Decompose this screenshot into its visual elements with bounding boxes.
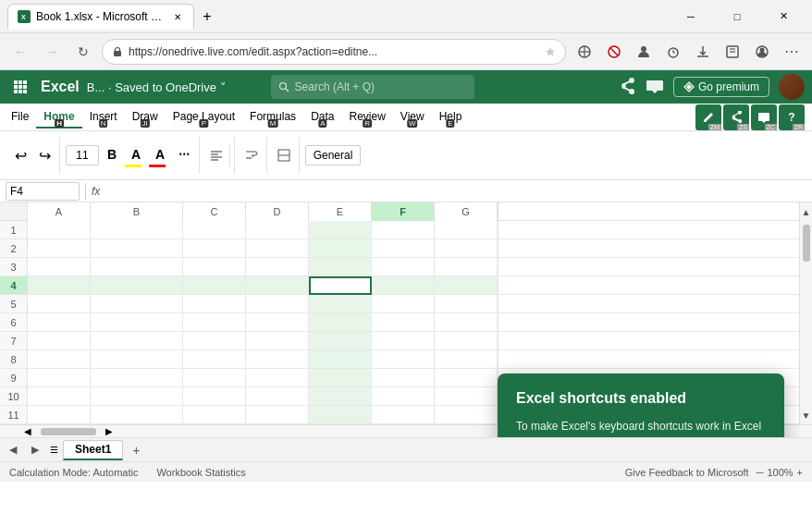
grid-cell[interactable]: [183, 350, 246, 369]
grid-cell[interactable]: [435, 276, 498, 295]
row-number[interactable]: 6: [0, 313, 28, 332]
grid-cell[interactable]: [91, 313, 183, 332]
row-number[interactable]: 1: [0, 221, 28, 239]
tab-view[interactable]: View W: [393, 106, 432, 128]
forward-btn[interactable]: →: [39, 39, 65, 65]
grid-cell[interactable]: [372, 332, 435, 350]
row-number[interactable]: 2: [0, 239, 28, 258]
col-header-b[interactable]: B: [91, 202, 183, 221]
grid-cell[interactable]: [309, 406, 372, 424]
grid-cell[interactable]: [309, 295, 372, 313]
grid-cell[interactable]: [28, 369, 91, 387]
row-number[interactable]: 8: [0, 350, 28, 369]
grid-cell[interactable]: [246, 276, 309, 295]
tab-formulas[interactable]: Formulas M: [242, 106, 303, 128]
grid-cell[interactable]: [91, 332, 183, 350]
tab-close-btn[interactable]: ✕: [171, 10, 184, 23]
grid-cell[interactable]: [435, 332, 498, 350]
grid-cell[interactable]: [91, 369, 183, 387]
download-icon[interactable]: [690, 39, 716, 65]
grid-cell[interactable]: [91, 221, 183, 239]
grid-cell[interactable]: [435, 295, 498, 313]
grid-cell[interactable]: [309, 369, 372, 387]
grid-cell[interactable]: [183, 276, 246, 295]
grid-cell[interactable]: [372, 406, 435, 424]
help-btn[interactable]: ? ZR: [779, 104, 805, 130]
grid-cell[interactable]: [91, 350, 183, 369]
cell-ref-box[interactable]: F4: [6, 182, 80, 201]
font-size-box[interactable]: 11: [66, 145, 99, 165]
col-header-d[interactable]: D: [246, 202, 309, 221]
grid-cell[interactable]: [372, 221, 435, 239]
row-number[interactable]: 4: [0, 276, 28, 295]
feedback-link[interactable]: Give Feedback to Microsoft: [625, 467, 749, 478]
col-header-c[interactable]: C: [183, 202, 246, 221]
grid-cell[interactable]: [183, 221, 246, 239]
scroll-right-btn[interactable]: ▶: [100, 425, 118, 437]
tab-page-layout[interactable]: Page Layout P: [166, 106, 242, 128]
grid-cell[interactable]: [28, 332, 91, 350]
comments-btn[interactable]: ZC: [751, 104, 777, 130]
maximize-btn[interactable]: □: [716, 4, 758, 30]
star-icon[interactable]: [545, 46, 556, 57]
edit-icon-btn[interactable]: ZM: [695, 104, 721, 130]
grid-cell[interactable]: [183, 295, 246, 313]
grid-cell[interactable]: [246, 221, 309, 239]
share-icon[interactable]: [618, 77, 636, 98]
grid-cell[interactable]: [246, 258, 309, 276]
grid-cell[interactable]: [435, 406, 498, 424]
grid-cell[interactable]: [309, 221, 372, 239]
row-number[interactable]: 7: [0, 332, 28, 350]
v-scrollbar[interactable]: ▲ ▼: [799, 202, 812, 424]
grid-cell[interactable]: [28, 276, 91, 295]
tab-review[interactable]: Review R: [341, 106, 392, 128]
user-avatar[interactable]: [779, 74, 805, 100]
grid-cell[interactable]: [309, 313, 372, 332]
grid-cell[interactable]: [183, 239, 246, 258]
grid-cell[interactable]: [246, 332, 309, 350]
address-bar[interactable]: https://onedrive.live.com/edit.aspx?acti…: [102, 39, 566, 65]
zoom-out-btn[interactable]: ─: [757, 467, 764, 478]
col-header-e[interactable]: E: [309, 202, 372, 221]
grid-cell[interactable]: [91, 406, 183, 424]
grid-cell[interactable]: [435, 369, 498, 387]
grid-cell[interactable]: [91, 387, 183, 406]
grid-cell[interactable]: [183, 387, 246, 406]
formula-input[interactable]: [105, 182, 806, 201]
bold-btn[interactable]: B: [101, 144, 123, 165]
close-btn[interactable]: ✕: [762, 4, 805, 30]
sheet-nav-next[interactable]: ▶: [26, 441, 44, 459]
grid-cell[interactable]: [309, 276, 372, 295]
profile-icon[interactable]: [631, 39, 657, 65]
back-btn[interactable]: ←: [7, 39, 33, 65]
share-btn[interactable]: ZS: [723, 104, 749, 130]
browser-tab[interactable]: X Book 1.xlsx - Microsoft Excel Oni... ✕: [7, 4, 194, 30]
highlight-color-btn[interactable]: A: [125, 144, 147, 165]
grid-cell[interactable]: [246, 406, 309, 424]
search-input[interactable]: [295, 80, 443, 93]
sheet-nav-prev[interactable]: ◀: [4, 441, 22, 459]
workbook-stats-btn[interactable]: Workbook Statistics: [156, 467, 245, 478]
tab-home[interactable]: Home H: [36, 106, 81, 128]
comments-icon[interactable]: [646, 77, 664, 98]
font-color-btn[interactable]: A: [149, 144, 171, 165]
grid-cell[interactable]: [435, 350, 498, 369]
row-number[interactable]: 5: [0, 295, 28, 313]
wrap-text-btn[interactable]: [240, 139, 263, 172]
v-scroll-thumb[interactable]: [803, 225, 810, 262]
grid-cell[interactable]: [246, 369, 309, 387]
tab-data[interactable]: Data A: [303, 106, 341, 128]
grid-cell[interactable]: [183, 332, 246, 350]
grid-cell[interactable]: [183, 313, 246, 332]
grid-cell[interactable]: [309, 387, 372, 406]
grid-cell[interactable]: [435, 258, 498, 276]
grid-cell[interactable]: [91, 239, 183, 258]
grid-cell[interactable]: [183, 258, 246, 276]
grid-cell[interactable]: [183, 369, 246, 387]
grid-cell[interactable]: [372, 276, 435, 295]
go-premium-btn[interactable]: Go premium: [673, 77, 769, 97]
refresh-btn[interactable]: ↻: [70, 39, 96, 65]
h-scroll-thumb[interactable]: [41, 428, 96, 435]
tab-draw[interactable]: Draw JI: [125, 106, 166, 128]
grid-cell[interactable]: [435, 221, 498, 239]
